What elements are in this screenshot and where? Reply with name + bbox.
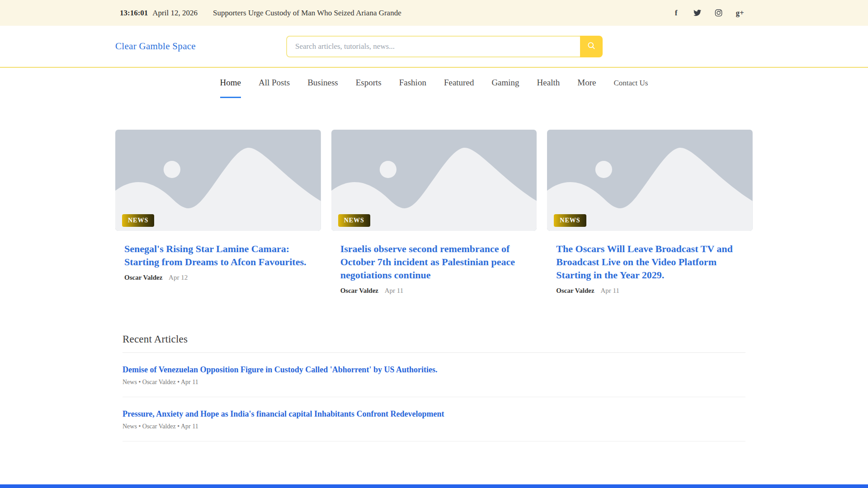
search-icon: [587, 41, 596, 52]
nav-item-featured[interactable]: Featured: [444, 78, 474, 97]
category-badge[interactable]: NEWS: [122, 214, 154, 227]
article-card[interactable]: NEWS Senegal's Rising Star Lamine Camara…: [115, 130, 321, 295]
nav-item-home[interactable]: Home: [220, 78, 241, 98]
top-bar-inner: 13:16:01 April 12, 2026 Supporters Urge …: [108, 9, 760, 18]
category-badge[interactable]: NEWS: [554, 214, 586, 227]
header-inner: Clear Gamble Space: [108, 36, 760, 57]
facebook-icon[interactable]: f: [672, 9, 680, 17]
footer-top-edge: [0, 484, 868, 488]
instagram-icon[interactable]: [715, 9, 722, 17]
google-plus-icon[interactable]: g+: [736, 9, 744, 17]
article-card[interactable]: NEWS Israelis observe second remembrance…: [331, 130, 537, 295]
search-button[interactable]: [580, 36, 603, 57]
nav-item-all-posts[interactable]: All Posts: [259, 78, 290, 97]
article-meta: Oscar Valdez Apr 11: [340, 287, 528, 295]
recent-article-meta: News • Oscar Valdez • Apr 11: [123, 423, 745, 430]
article-card[interactable]: NEWS The Oscars Will Leave Broadcast TV …: [547, 130, 753, 295]
recent-article-meta: News • Oscar Valdez • Apr 11: [123, 379, 745, 386]
article-author[interactable]: Oscar Valdez: [556, 287, 594, 294]
article-thumbnail: NEWS: [547, 130, 753, 231]
nav-item-more[interactable]: More: [577, 78, 596, 97]
search-bar: [286, 36, 603, 57]
recent-article-title[interactable]: Demise of Venezuelan Opposition Figure i…: [123, 365, 745, 375]
article-meta: Oscar Valdez Apr 12: [124, 274, 312, 282]
top-bar: 13:16:01 April 12, 2026 Supporters Urge …: [0, 0, 868, 26]
clock-time: 13:16:01: [120, 9, 148, 18]
nav-item-business[interactable]: Business: [307, 78, 338, 97]
nav-item-esports[interactable]: Esports: [356, 78, 382, 97]
article-title[interactable]: Israelis observe second remembrance of O…: [340, 242, 528, 282]
nav-item-gaming[interactable]: Gaming: [491, 78, 519, 97]
news-ticker-headline[interactable]: Supporters Urge Custody of Man Who Seize…: [213, 9, 401, 18]
recent-articles-heading: Recent Articles: [123, 333, 745, 353]
category-badge[interactable]: NEWS: [338, 214, 370, 227]
article-thumbnail: NEWS: [115, 130, 321, 231]
main-nav: Home All Posts Business Esports Fashion …: [0, 78, 868, 98]
recent-articles-section: Recent Articles Demise of Venezuelan Opp…: [108, 333, 760, 441]
list-item[interactable]: Demise of Venezuelan Opposition Figure i…: [123, 353, 745, 397]
current-date: April 12, 2026: [152, 9, 198, 18]
nav-item-fashion[interactable]: Fashion: [399, 78, 426, 97]
article-date: Apr 11: [385, 287, 404, 294]
article-title[interactable]: Senegal's Rising Star Lamine Camara: Sta…: [124, 242, 312, 268]
search-input[interactable]: [286, 36, 580, 57]
article-date: Apr 11: [600, 287, 619, 294]
social-links: f g+: [672, 9, 748, 17]
article-meta: Oscar Valdez Apr 11: [556, 287, 744, 295]
article-author[interactable]: Oscar Valdez: [124, 274, 162, 281]
site-header: Clear Gamble Space: [0, 26, 868, 68]
article-title[interactable]: The Oscars Will Leave Broadcast TV and B…: [556, 242, 744, 282]
article-thumbnail: NEWS: [331, 130, 537, 231]
article-date: Apr 12: [169, 274, 188, 281]
nav-item-contact-us[interactable]: Contact Us: [613, 79, 648, 97]
article-author[interactable]: Oscar Valdez: [340, 287, 378, 294]
site-logo[interactable]: Clear Gamble Space: [115, 41, 196, 52]
list-item[interactable]: Pressure, Anxiety and Hope as India's fi…: [123, 397, 745, 441]
twitter-icon[interactable]: [693, 9, 701, 17]
nav-item-health[interactable]: Health: [537, 78, 560, 97]
recent-article-title[interactable]: Pressure, Anxiety and Hope as India's fi…: [123, 409, 745, 419]
featured-cards-row: NEWS Senegal's Rising Star Lamine Camara…: [108, 130, 760, 295]
